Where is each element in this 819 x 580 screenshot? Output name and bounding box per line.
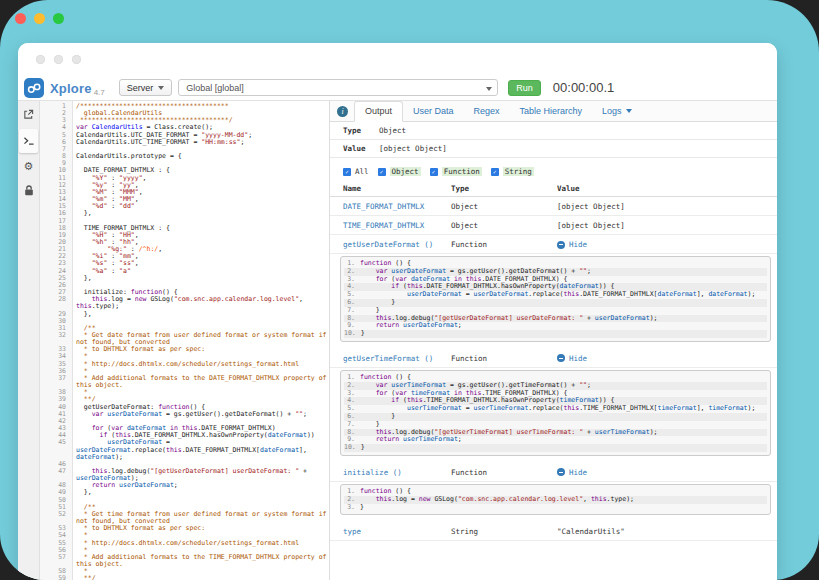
editor-line: 59 **/ bbox=[40, 575, 329, 580]
sidebar-open-external-icon[interactable] bbox=[18, 102, 39, 126]
filter-string[interactable]: ✓String bbox=[491, 167, 534, 176]
editor-line-code: CalendarUtils.prototype = { bbox=[72, 153, 329, 160]
source-line-code: this.log = new GSLog("com.snc.app.calend… bbox=[360, 496, 767, 504]
script-editor[interactable]: 1/**************************************… bbox=[40, 101, 330, 580]
sidebar-terminal-icon[interactable] bbox=[19, 129, 38, 153]
editor-line-number: 34 bbox=[40, 353, 72, 360]
source-line-number: 10. bbox=[344, 444, 361, 452]
sidebar-gear-icon[interactable]: ⚙ bbox=[18, 154, 39, 178]
source-line-code: } bbox=[360, 504, 767, 512]
editor-line: 45 userDateFormat = userDateFormat.repla… bbox=[40, 439, 329, 460]
result-name-link[interactable]: getUserDateFormat () bbox=[343, 240, 451, 249]
editor-line-number: 12 bbox=[40, 182, 72, 189]
editor-line-number: 29 bbox=[40, 311, 72, 318]
source-line-code: } bbox=[360, 299, 767, 307]
source-line: 9. return userDateFormat; bbox=[344, 322, 767, 330]
tab-table-hierarchy[interactable]: Table Hierarchy bbox=[510, 102, 593, 121]
result-name-link[interactable]: DATE_FORMAT_DHTMLX bbox=[343, 202, 451, 211]
hide-toggle[interactable]: Hide bbox=[557, 240, 771, 249]
checkbox-checked-icon[interactable]: ✓ bbox=[378, 168, 386, 176]
result-type: String bbox=[451, 527, 557, 536]
main-area: ⚙ 1/************************************… bbox=[18, 101, 777, 580]
checkbox-checked-icon[interactable]: ✓ bbox=[491, 168, 499, 176]
tab-label: Table Hierarchy bbox=[520, 106, 583, 116]
run-button[interactable]: Run bbox=[508, 80, 541, 96]
source-line-code: userDateFormat = userDateFormat.replace(… bbox=[360, 291, 767, 299]
tab-logs[interactable]: Logs bbox=[592, 102, 642, 121]
source-line-code: } bbox=[360, 413, 767, 421]
minimize-window-button[interactable] bbox=[34, 13, 45, 24]
editor-line-code: * Get time format from user defined form… bbox=[72, 511, 329, 525]
hide-label: Hide bbox=[569, 468, 587, 477]
editor-line: 32 * Get date format from user defined f… bbox=[40, 332, 329, 346]
output-summary: TypeObjectValue[object Object] bbox=[330, 122, 777, 158]
source-line: 5. userDateFormat = userDateFormat.repla… bbox=[344, 291, 767, 299]
result-name-link[interactable]: TIME_FORMAT_DHTMLX bbox=[343, 221, 451, 230]
checkbox-checked-icon[interactable]: ✓ bbox=[343, 168, 351, 176]
result-name-link[interactable]: type bbox=[343, 527, 451, 536]
filter-all[interactable]: ✓All bbox=[343, 167, 369, 176]
editor-line-number: 57 bbox=[40, 554, 72, 568]
server-dropdown[interactable]: Server bbox=[119, 79, 173, 96]
source-line-code: userTimeFormat = userTimeFormat.replace(… bbox=[360, 405, 767, 413]
editor-line-code: * http://docs.dhtmlx.com/scheduler/setti… bbox=[72, 540, 329, 547]
column-header-value: Value bbox=[557, 184, 771, 193]
editor-line: 29 }, bbox=[40, 311, 329, 318]
editor-line: 16 }, bbox=[40, 210, 329, 217]
result-name-link[interactable]: getUserTimeFormat () bbox=[343, 354, 451, 363]
result-name-link[interactable]: initialize () bbox=[343, 468, 451, 477]
filter-function[interactable]: ✓Function bbox=[430, 167, 482, 176]
editor-line-number: 7 bbox=[40, 146, 72, 153]
editor-line-number: 41 bbox=[40, 411, 72, 418]
info-tab-icon[interactable]: i bbox=[337, 106, 348, 117]
hide-toggle[interactable]: Hide bbox=[557, 354, 771, 363]
tab-user-data[interactable]: User Data bbox=[403, 102, 464, 121]
editor-line-number: 11 bbox=[40, 175, 72, 182]
filter-object[interactable]: ✓Object bbox=[378, 167, 421, 176]
type-filters: ✓All✓Object✓Function✓String bbox=[330, 158, 777, 180]
window-titlebar bbox=[18, 43, 777, 75]
editor-line-number: 53 bbox=[40, 525, 72, 532]
editor-line-code bbox=[72, 318, 329, 325]
sidebar-lock-icon[interactable] bbox=[18, 178, 39, 202]
zoom-window-button[interactable] bbox=[53, 13, 64, 24]
editor-line: 28 this.log = new GSLog("com.snc.app.cal… bbox=[40, 296, 329, 310]
tab-regex[interactable]: Regex bbox=[464, 102, 510, 121]
editor-line-number: 26 bbox=[40, 282, 72, 289]
tab-output[interactable]: Output bbox=[354, 101, 403, 122]
results-tab-bar: iOutputUser DataRegexTable HierarchyLogs bbox=[330, 101, 777, 122]
result-value: [object Object] bbox=[557, 202, 771, 211]
editor-line-number: 38 bbox=[40, 389, 72, 396]
editor-line-number: 23 bbox=[40, 260, 72, 267]
editor-line-number: 32 bbox=[40, 332, 72, 346]
filter-label: String bbox=[503, 167, 534, 176]
xplore-logo-icon bbox=[24, 78, 44, 98]
editor-line-number: 51 bbox=[40, 504, 72, 511]
editor-line-code: * Add additional formats to the TIME_FOR… bbox=[72, 554, 329, 568]
editor-line-number: 43 bbox=[40, 425, 72, 432]
editor-line-number: 35 bbox=[40, 361, 72, 368]
close-window-button[interactable] bbox=[15, 13, 26, 24]
editor-line: 49 }, bbox=[40, 489, 329, 496]
result-type: Function bbox=[451, 468, 557, 477]
chevron-down-icon bbox=[486, 87, 492, 91]
editor-line-code: * to DHTMLX format as per spec: bbox=[72, 525, 329, 532]
result-type: Function bbox=[451, 240, 557, 249]
editor-line-number: 1 bbox=[40, 103, 72, 110]
table-row: DATE_FORMAT_DHTMLXObject[object Object] bbox=[330, 197, 777, 216]
xplore-toolbar: Xplore4.7 Server Global [global] Run 00:… bbox=[18, 75, 777, 101]
left-icon-sidebar: ⚙ bbox=[18, 101, 40, 580]
results-table-body: DATE_FORMAT_DHTMLXObject[object Object]T… bbox=[330, 197, 777, 541]
editor-line-code: * bbox=[72, 568, 329, 575]
editor-line-number: 58 bbox=[40, 568, 72, 575]
editor-line-number: 10 bbox=[40, 167, 72, 174]
chevron-down-icon bbox=[158, 86, 164, 90]
scope-select[interactable]: Global [global] bbox=[178, 79, 498, 96]
editor-line: 37 * Add additional formats to the DATE_… bbox=[40, 375, 329, 389]
editor-line-number: 22 bbox=[40, 253, 72, 260]
editor-line-number: 8 bbox=[40, 153, 72, 160]
hide-toggle[interactable]: Hide bbox=[557, 468, 771, 477]
editor-line-number: 15 bbox=[40, 203, 72, 210]
editor-line-number: 4 bbox=[40, 124, 72, 131]
checkbox-checked-icon[interactable]: ✓ bbox=[430, 168, 438, 176]
